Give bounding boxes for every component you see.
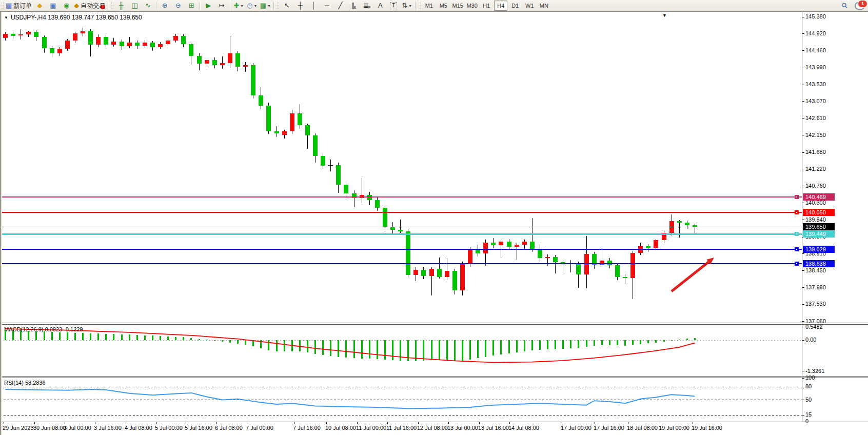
- chevron-down-icon[interactable]: ▼: [240, 4, 244, 8]
- macd-axis-label[interactable]: 0.00: [805, 337, 816, 343]
- timeframe-mn-button[interactable]: MN: [537, 1, 550, 11]
- toolbar-drag-handle[interactable]: [111, 2, 113, 10]
- time-axis-label[interactable]: 6 Jul 08:00: [215, 425, 243, 431]
- price-axis-tick-label[interactable]: 137.530: [805, 301, 826, 307]
- horizontal-line-button[interactable]: ─: [320, 1, 333, 11]
- macd-axis-label[interactable]: -1.3261: [805, 368, 824, 374]
- new-order-button[interactable]: ▤新订单: [5, 1, 33, 11]
- equidistant-channel-icon-sub: E: [354, 6, 357, 9]
- price-axis-tick-label[interactable]: 138.450: [805, 267, 826, 273]
- price-axis-tick-label[interactable]: 144.460: [805, 47, 826, 53]
- time-axis-label[interactable]: 7 Jul 16:00: [293, 425, 321, 431]
- time-axis-label[interactable]: 19 Jul 00:00: [659, 425, 689, 431]
- time-axis-label[interactable]: 5 Jul 00:00: [155, 425, 183, 431]
- text-label-button[interactable]: T: [387, 1, 400, 11]
- line-chart-button[interactable]: ∿: [141, 1, 154, 11]
- time-axis-label[interactable]: 10 Jul 08:00: [325, 425, 356, 431]
- time-axis-label[interactable]: 7 Jul 00:00: [246, 425, 273, 431]
- price-axis-tick-label[interactable]: 141.220: [805, 166, 826, 172]
- price-axis-tick-label[interactable]: 143.070: [805, 98, 826, 104]
- timeframe-m5-button[interactable]: M5: [437, 1, 450, 11]
- text-button[interactable]: A: [373, 1, 387, 11]
- time-axis-label[interactable]: 11 Jul 00:00: [356, 425, 386, 431]
- bar-chart-button[interactable]: ╫: [114, 1, 128, 11]
- macd-axis-label[interactable]: 0.5482: [805, 324, 823, 330]
- timeframe-m15-button[interactable]: M15: [451, 1, 464, 11]
- timeframe-d1-button[interactable]: D1: [508, 1, 522, 11]
- time-axis-label[interactable]: 18 Jul 08:00: [627, 425, 658, 431]
- price-chart-canvas[interactable]: [0, 12, 868, 435]
- candle-up: [111, 42, 116, 45]
- price-axis-tick-label[interactable]: 143.990: [805, 64, 826, 70]
- trend-arrow-line[interactable]: [672, 262, 708, 291]
- price-axis-tick-label[interactable]: 139.840: [805, 216, 826, 223]
- trend-line-button[interactable]: ╱: [333, 1, 347, 11]
- chart-menu-arrow-icon[interactable]: ▼: [4, 15, 8, 20]
- time-axis-label[interactable]: 17 Jul 16:00: [594, 425, 624, 431]
- timeframe-h1-button[interactable]: H1: [480, 1, 493, 11]
- time-axis-label[interactable]: 5 Jul 16:00: [185, 425, 212, 431]
- time-axis-label[interactable]: 30 Jun 08:00: [33, 425, 66, 431]
- rsi-axis-label[interactable]: 50: [805, 397, 812, 403]
- timeframe-h4-button[interactable]: H4: [494, 1, 507, 11]
- candlestick-chart-button[interactable]: ◫: [128, 1, 141, 11]
- price-axis-tick-label[interactable]: 143.530: [805, 81, 826, 87]
- rsi-axis-label[interactable]: 0: [805, 418, 808, 424]
- timeframe-w1-button[interactable]: W1: [523, 1, 536, 11]
- signals-button[interactable]: ◉: [60, 1, 73, 11]
- arrows-button[interactable]: ⇅▼: [400, 1, 413, 11]
- timeframe-m1-button[interactable]: M1: [422, 1, 436, 11]
- auto-trading-button[interactable]: ◆自动交易: [73, 1, 106, 11]
- chart-corner-arrow-icon[interactable]: ▼: [662, 13, 667, 18]
- chart-shift-button[interactable]: ↦: [215, 1, 228, 11]
- auto-scroll-button[interactable]: ▶: [202, 1, 215, 11]
- time-axis-label[interactable]: 17 Jul 00:00: [561, 425, 591, 431]
- cursor-button[interactable]: ↖: [280, 1, 293, 11]
- zoom-in-button[interactable]: ⊕: [158, 1, 171, 11]
- time-axis-label[interactable]: 4 Jul 08:00: [125, 425, 152, 431]
- price-axis-tick-label[interactable]: 141.680: [805, 149, 826, 155]
- rsi-axis-label[interactable]: 15: [805, 411, 812, 418]
- price-axis-tick-label[interactable]: 137.990: [805, 284, 826, 290]
- toolbar-drag-handle[interactable]: [277, 2, 279, 10]
- candle-up: [545, 257, 550, 258]
- time-axis-label[interactable]: 13 Jul 00:00: [447, 425, 478, 431]
- chevron-down-icon[interactable]: ▼: [408, 4, 412, 8]
- toolbar-drag-handle[interactable]: [418, 2, 421, 10]
- toolbar-drag-handle[interactable]: [1, 2, 4, 10]
- equidistant-channel-button[interactable]: ∥E: [347, 1, 360, 11]
- templates-button[interactable]: ▦▼: [259, 1, 272, 11]
- price-axis-tick-label[interactable]: 140.760: [805, 183, 826, 189]
- rsi-axis-label[interactable]: 80: [805, 383, 812, 389]
- chat-icon[interactable]: 1: [855, 2, 865, 10]
- periods-button[interactable]: ◷▼: [245, 1, 259, 11]
- time-axis-label[interactable]: 13 Jul 16:00: [478, 425, 509, 431]
- chevron-down-icon[interactable]: ▼: [267, 4, 271, 8]
- chart-title[interactable]: ▼ USDJPY-,H4 139.690 139.747 139.650 139…: [4, 14, 142, 21]
- zoom-out-icon: ⊖: [175, 1, 181, 11]
- rsi-axis-label[interactable]: 100: [805, 374, 815, 381]
- profiles-button[interactable]: ◆: [33, 1, 46, 11]
- terminal-button[interactable]: ▣: [46, 1, 60, 11]
- time-axis-label[interactable]: 11 Jul 16:00: [386, 425, 417, 431]
- chart-window[interactable]: ▼ USDJPY-,H4 139.690 139.747 139.650 139…: [0, 12, 868, 435]
- price-axis-tick-label[interactable]: 144.920: [805, 30, 826, 36]
- crosshair-button[interactable]: ┼: [293, 1, 307, 11]
- tile-windows-button[interactable]: ⊞: [185, 1, 198, 11]
- chevron-down-icon[interactable]: ▼: [254, 4, 258, 8]
- timeframe-m30-button[interactable]: M30: [465, 1, 479, 11]
- zoom-out-button[interactable]: ⊖: [171, 1, 185, 11]
- time-axis-label[interactable]: 19 Jul 16:00: [692, 425, 722, 431]
- vertical-line-button[interactable]: │: [307, 1, 320, 11]
- time-axis-label[interactable]: 3 Jul 00:00: [64, 425, 91, 431]
- price-axis-tick-label[interactable]: 142.150: [805, 132, 826, 138]
- time-axis-label[interactable]: 3 Jul 16:00: [94, 425, 122, 431]
- time-axis-label[interactable]: 14 Jul 08:00: [508, 425, 539, 431]
- indicators-button[interactable]: ✚▼: [232, 1, 245, 11]
- fibonacci-button[interactable]: ≣F: [360, 1, 373, 11]
- candle-up: [158, 44, 163, 47]
- time-axis-label[interactable]: 29 Jun 2023: [3, 425, 34, 431]
- price-axis-tick-label[interactable]: 145.380: [805, 13, 826, 19]
- time-axis-label[interactable]: 12 Jul 08:00: [417, 425, 448, 431]
- price-axis-tick-label[interactable]: 142.610: [805, 115, 826, 121]
